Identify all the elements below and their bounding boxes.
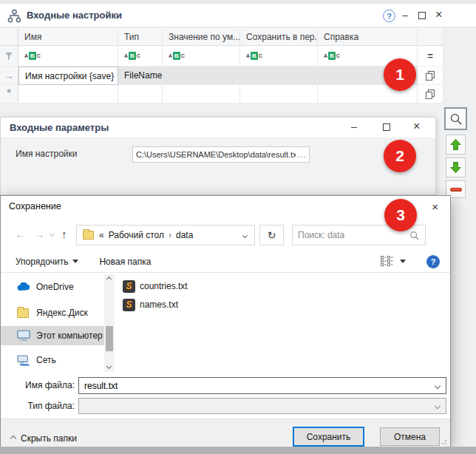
back-button[interactable]: ← bbox=[15, 228, 26, 240]
maximize-button[interactable] bbox=[418, 12, 426, 19]
help-icon[interactable]: ? bbox=[383, 10, 395, 22]
filename-label: Имя файла: bbox=[1, 380, 75, 390]
step-badge-3: 3 bbox=[384, 199, 417, 231]
filter-cell-type[interactable]: ABC bbox=[118, 46, 163, 67]
move-down-button[interactable] bbox=[446, 157, 466, 177]
view-mode-caret-icon[interactable] bbox=[400, 260, 406, 263]
file-browser-area: OneDrive Яндекс.Диск Этот компьютер bbox=[1, 273, 450, 374]
flowchart-icon bbox=[7, 9, 21, 23]
scrollbar-thumb[interactable] bbox=[106, 326, 113, 351]
dialog-toolbar: Упорядочить Новая папка ? bbox=[1, 251, 450, 273]
column-header-help[interactable]: Справка bbox=[318, 28, 418, 46]
navigation-bar: ← → ↑ « Рабочий стол › data ↻ bbox=[1, 217, 450, 251]
window2-input-parameters: Входные параметры – × Имя настройки ... bbox=[0, 117, 436, 195]
setting-name-label: Имя настройки bbox=[16, 149, 78, 159]
window3-save-dialog: Сохранение × ← → ↑ « Рабочий стол › data… bbox=[0, 195, 451, 447]
cancel-button[interactable]: Отмена bbox=[380, 427, 440, 446]
new-save-cell[interactable] bbox=[240, 85, 318, 104]
table-row[interactable]: → Имя настройки {save} FileName bbox=[0, 67, 443, 85]
help-button[interactable]: ? bbox=[426, 255, 440, 268]
setting-save-cell[interactable] bbox=[240, 67, 318, 85]
table-row[interactable]: * bbox=[0, 85, 443, 104]
setting-type-cell[interactable]: FileName bbox=[118, 67, 163, 85]
folder-icon bbox=[83, 231, 94, 240]
new-type-cell[interactable] bbox=[118, 85, 163, 104]
filter-indicator-cell bbox=[0, 46, 18, 67]
up-button[interactable]: ↑ bbox=[61, 228, 67, 240]
close-button[interactable]: × bbox=[413, 121, 420, 132]
view-mode-icon[interactable] bbox=[381, 256, 393, 267]
save-button[interactable]: Сохранить bbox=[293, 427, 364, 447]
minimize-button[interactable]: – bbox=[402, 10, 408, 20]
close-button[interactable]: × bbox=[432, 200, 438, 213]
scroll-down-icon[interactable] bbox=[106, 364, 112, 369]
column-header-type[interactable]: Тип bbox=[118, 28, 163, 46]
filename-input[interactable] bbox=[79, 381, 435, 391]
setting-default-cell[interactable] bbox=[163, 67, 240, 85]
column-header-name[interactable]: Имя bbox=[18, 28, 118, 46]
address-bar[interactable]: « Рабочий стол › data bbox=[76, 225, 255, 245]
sidebar-item-onedrive[interactable]: OneDrive bbox=[1, 279, 104, 295]
save-dialog-title: Сохранение bbox=[9, 201, 61, 211]
copy-row-button[interactable] bbox=[418, 67, 443, 85]
organize-caret-icon bbox=[72, 260, 78, 263]
breadcrumb-separator: › bbox=[169, 230, 171, 240]
breadcrumb-collapse[interactable]: « bbox=[99, 230, 104, 240]
abc-filter-icon: ABC bbox=[24, 52, 41, 60]
forward-button[interactable]: → bbox=[34, 228, 45, 240]
search-input[interactable] bbox=[293, 230, 404, 240]
filetype-combobox[interactable] bbox=[78, 398, 446, 414]
resize-grip[interactable] bbox=[441, 438, 446, 444]
step-badge-1: 1 bbox=[384, 58, 416, 91]
green-up-arrow-icon bbox=[449, 138, 462, 151]
filter-cell-save[interactable]: ABC bbox=[240, 46, 318, 67]
minimize-button[interactable]: – bbox=[351, 121, 357, 132]
step-badge-2: 2 bbox=[384, 140, 416, 172]
yandex-folder-icon bbox=[17, 307, 30, 319]
move-up-button[interactable] bbox=[446, 135, 466, 155]
search-tool-button[interactable] bbox=[444, 107, 467, 130]
close-button[interactable]: × bbox=[435, 9, 442, 21]
recent-locations-chevron-icon[interactable] bbox=[50, 231, 55, 237]
new-folder-button[interactable]: Новая папка bbox=[99, 257, 151, 267]
filter-cell-default[interactable]: ABC bbox=[163, 46, 240, 67]
sidebar-item-this-pc[interactable]: Этот компьютер bbox=[1, 326, 104, 345]
sidebar-item-network[interactable]: Сеть bbox=[1, 352, 104, 368]
file-fields-area: Имя файла: Тип файла: bbox=[1, 374, 450, 419]
green-down-arrow-icon bbox=[449, 161, 462, 174]
text-file-icon: S bbox=[123, 280, 135, 293]
refresh-button[interactable]: ↻ bbox=[259, 225, 284, 245]
abc-filter-icon: ABC bbox=[169, 52, 185, 60]
breadcrumb-data[interactable]: data bbox=[176, 230, 193, 240]
copy-row-button[interactable] bbox=[418, 85, 443, 104]
scroll-up-icon[interactable] bbox=[106, 277, 112, 282]
search-icon bbox=[409, 231, 419, 240]
organize-button[interactable]: Упорядочить bbox=[16, 257, 68, 267]
maximize-button[interactable] bbox=[383, 123, 390, 131]
filename-combobox[interactable] bbox=[78, 377, 446, 394]
copy-icon bbox=[425, 70, 435, 81]
filename-dropdown-chevron-icon[interactable] bbox=[435, 382, 441, 388]
list-item-names[interactable]: S names.txt bbox=[123, 297, 178, 312]
filter-cell-name[interactable]: ABC bbox=[18, 46, 118, 67]
browse-ellipsis-button[interactable]: ... bbox=[295, 146, 308, 163]
window2-titlebar: Входные параметры – × bbox=[1, 118, 435, 138]
breadcrumb-desktop[interactable]: Рабочий стол bbox=[109, 230, 164, 240]
abc-filter-icon: ABC bbox=[246, 52, 262, 60]
column-header-save[interactable]: Сохранить в пер... bbox=[240, 28, 318, 46]
file-path-input[interactable] bbox=[132, 146, 310, 163]
filetype-label: Тип файла: bbox=[1, 401, 75, 411]
list-item-countries[interactable]: S countries.txt bbox=[123, 279, 188, 294]
new-default-cell[interactable] bbox=[163, 85, 240, 104]
sidebar-item-yandex-disk[interactable]: Яндекс.Диск bbox=[1, 305, 104, 321]
sidebar-scrollbar[interactable] bbox=[104, 274, 115, 372]
new-name-cell[interactable] bbox=[18, 85, 118, 104]
setting-name-cell[interactable]: Имя настройки {save} bbox=[18, 67, 118, 85]
hide-folders-button[interactable]: Скрыть папки bbox=[11, 433, 77, 444]
settings-table: Имя Тип Значение по ум... Сохранить в пе… bbox=[0, 28, 443, 104]
header-indicator-cell bbox=[0, 28, 18, 46]
abc-filter-icon: ABC bbox=[124, 52, 140, 60]
column-header-default[interactable]: Значение по ум... bbox=[163, 28, 240, 46]
filter-equals-icon[interactable]: = bbox=[418, 46, 443, 67]
address-dropdown-chevron-icon[interactable] bbox=[242, 232, 248, 237]
